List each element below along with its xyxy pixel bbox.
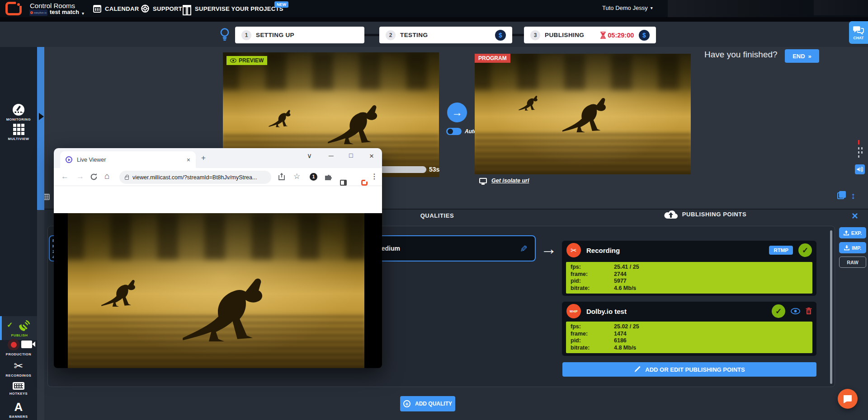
transition-button[interactable]: → bbox=[447, 103, 467, 122]
forward-icon[interactable]: → bbox=[76, 172, 84, 181]
add-quality-button[interactable]: + ADD QUALITY bbox=[400, 396, 455, 411]
tips-bulb-icon[interactable] bbox=[220, 28, 229, 41]
window-minimize-icon[interactable]: ─ bbox=[329, 152, 334, 159]
top-bar: Control Rooms easylive.io test match ▾ C… bbox=[0, 0, 868, 17]
browser-tab[interactable]: Live Viewer × bbox=[60, 151, 196, 168]
kangaroo-silhouette bbox=[326, 93, 400, 146]
stream-stats: fps:25.02 / 25 frame:1474 pid:6186 bitra… bbox=[566, 322, 812, 353]
nav-support[interactable]: SUPPORT bbox=[141, 0, 182, 17]
home-icon[interactable]: ⌂ bbox=[104, 171, 109, 181]
bookmark-star-icon[interactable]: ☆ bbox=[293, 172, 300, 181]
transition-time: 53s bbox=[429, 166, 439, 173]
panel-expander-strip[interactable] bbox=[37, 47, 44, 210]
sidebar-item-publish[interactable]: ✓ PUBLISH bbox=[0, 316, 37, 340]
sidebar-item-banners[interactable]: A BANNERS bbox=[0, 401, 37, 419]
eye-icon[interactable] bbox=[791, 308, 800, 314]
reload-icon[interactable] bbox=[90, 173, 98, 181]
whip-protocol-icon: WHIP bbox=[566, 304, 581, 318]
auto-transition-toggle[interactable] bbox=[446, 128, 462, 135]
easylive-extension-icon[interactable] bbox=[361, 180, 368, 186]
window-close-icon[interactable]: × bbox=[369, 152, 374, 161]
back-icon[interactable]: ← bbox=[61, 172, 69, 181]
kangaroo-silhouette bbox=[100, 272, 151, 308]
paid-step-icon: $ bbox=[639, 30, 650, 41]
user-menu[interactable]: Tuto Demo Jessy ▾ bbox=[602, 5, 653, 11]
kangaroo-silhouette bbox=[268, 105, 301, 128]
speaker-icon bbox=[857, 167, 863, 172]
support-messenger-button[interactable] bbox=[838, 389, 858, 409]
window-chevron-icon[interactable]: ∨ bbox=[307, 152, 312, 160]
topbar-divider bbox=[0, 17, 868, 22]
new-tab-icon[interactable]: + bbox=[201, 154, 206, 163]
camera-icon bbox=[21, 341, 32, 348]
kangaroo-silhouette bbox=[180, 260, 299, 345]
program-monitor: PROGRAM bbox=[475, 54, 691, 174]
lock-icon bbox=[125, 177, 129, 180]
pencil-icon bbox=[634, 366, 641, 373]
window-maximize-icon[interactable]: □ bbox=[349, 152, 353, 159]
live-viewer-browser-window[interactable]: Live Viewer × + ∨ ─ □ × ← → ⌂ viewer.mil… bbox=[54, 148, 382, 368]
cloud-upload-icon bbox=[664, 210, 678, 219]
get-isolate-url-link[interactable]: Get isolate url bbox=[479, 177, 529, 184]
live-viewer-video[interactable] bbox=[68, 213, 364, 368]
sidebar-item-multiview[interactable]: MULTIVIEW bbox=[0, 124, 37, 141]
sidebar-item-recordings[interactable]: ✂ RECORDINGS bbox=[0, 360, 37, 378]
side-panel-icon[interactable] bbox=[340, 180, 347, 186]
step-testing[interactable]: 2 TESTING $ bbox=[379, 27, 512, 43]
status-check-icon[interactable]: ✓ bbox=[772, 304, 785, 318]
audio-meter-peak bbox=[858, 140, 859, 145]
profile-badge-icon[interactable]: 1 bbox=[310, 173, 317, 181]
chat-bubble-icon bbox=[843, 394, 853, 403]
step-number: 3 bbox=[530, 30, 540, 40]
easylive-logo-icon[interactable] bbox=[5, 2, 22, 15]
close-panel-icon[interactable]: × bbox=[852, 210, 858, 222]
caret-down-icon[interactable]: ▾ bbox=[82, 11, 84, 16]
stream-stats: fps:25.41 / 25 frame:2744 pid:5977 bitra… bbox=[566, 262, 812, 294]
share-icon[interactable] bbox=[278, 173, 285, 180]
browser-viewport bbox=[54, 213, 382, 368]
nav-calendar[interactable]: CALENDAR bbox=[93, 0, 139, 17]
export-button[interactable]: EXP. bbox=[839, 227, 866, 238]
add-edit-publishing-points-button[interactable]: ADD OR EDIT PUBLISHING POINTS bbox=[562, 362, 816, 377]
end-button[interactable]: END » bbox=[785, 49, 819, 63]
chevrons-right-icon: » bbox=[808, 53, 811, 60]
import-button[interactable]: IMP. bbox=[839, 242, 866, 253]
finish-prompt: Have you finished? bbox=[704, 50, 778, 60]
duplicate-icon[interactable] bbox=[837, 192, 844, 199]
scissors-icon: ✂ bbox=[14, 360, 24, 372]
extensions-puzzle-icon[interactable] bbox=[325, 173, 332, 181]
step-connector bbox=[364, 34, 379, 36]
sidebar-item-monitoring[interactable]: MONITORING bbox=[0, 104, 37, 121]
browser-titlebar[interactable]: Live Viewer × + ∨ ─ □ × bbox=[54, 148, 382, 168]
step-connector bbox=[512, 34, 524, 36]
chat-button[interactable]: CHAT bbox=[849, 21, 868, 44]
audio-meter-tick bbox=[858, 155, 859, 158]
sidebar-item-production[interactable]: PRODUCTION bbox=[0, 341, 37, 356]
plus-circle-icon: + bbox=[403, 400, 410, 407]
menu-dots-icon[interactable]: ⋮ bbox=[371, 172, 378, 181]
monitor-icon bbox=[479, 178, 487, 183]
audio-meter-tick bbox=[861, 147, 863, 149]
redacted-region bbox=[814, 0, 868, 15]
step-setting-up[interactable]: 1 SETTING UP bbox=[235, 27, 364, 43]
publishing-point-dolby: WHIP Dolby.io test ✓ fps:25.02 / 25 fram… bbox=[562, 302, 816, 356]
close-tab-icon[interactable]: × bbox=[187, 156, 190, 163]
publishing-points-scrollbar[interactable] bbox=[830, 230, 832, 384]
raw-button[interactable]: RAW bbox=[839, 257, 866, 268]
resize-vertical-icon[interactable]: ↕ bbox=[851, 191, 855, 201]
multiview-grid-icon bbox=[13, 124, 24, 135]
nav-supervise-projects[interactable]: SUPERVISE YOUR PROJECTS bbox=[183, 0, 283, 17]
qualities-title: QUALITIES bbox=[387, 212, 487, 219]
status-check-icon[interactable]: ✓ bbox=[798, 243, 812, 257]
address-bar[interactable]: viewer.millicast.com/?streamId=Bt8hJv/my… bbox=[119, 171, 271, 184]
step-publishing[interactable]: 3 PUBLISHING 05:29:00 $ bbox=[524, 27, 656, 43]
publishing-timer: 05:29:00 bbox=[600, 32, 634, 39]
trash-icon[interactable] bbox=[806, 308, 812, 315]
publishing-point-recording: ✂ Recording RTMP ✓ fps:25.41 / 25 frame:… bbox=[562, 241, 816, 296]
edit-quality-pencil-icon[interactable]: ✎ bbox=[520, 243, 528, 254]
monitor-speaker-button[interactable] bbox=[855, 164, 865, 174]
chat-bubbles-icon bbox=[853, 25, 864, 35]
browser-toolbar: ← → ⌂ viewer.millicast.com/?streamId=Bt8… bbox=[54, 168, 382, 186]
projects-icon bbox=[183, 5, 191, 12]
sidebar-item-hotkeys[interactable]: HOTKEYS bbox=[0, 382, 37, 396]
